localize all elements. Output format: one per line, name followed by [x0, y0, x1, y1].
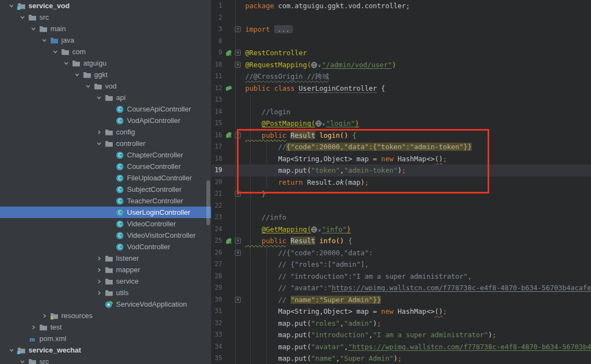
- chevron-closed-icon[interactable]: [94, 128, 104, 137]
- chevron-closed-icon[interactable]: [94, 254, 104, 263]
- tree-item-ggkt[interactable]: ggkt: [0, 69, 211, 80]
- code-line-13[interactable]: 13: [211, 94, 591, 106]
- code-line-34[interactable]: 34 map.put("avatar","https://wpimg.walls…: [211, 341, 591, 353]
- spring-leaf-gutter-icon[interactable]: [222, 47, 235, 59]
- request-mapping-icon[interactable]: [311, 226, 317, 233]
- fold-marker-open[interactable]: ∨: [235, 47, 243, 59]
- code-line-3[interactable]: 3+import ...: [211, 24, 591, 36]
- code-line-18[interactable]: 18 Map<String,Object> map = new HashMap<…: [211, 153, 591, 165]
- chevron-open-icon[interactable]: [7, 2, 16, 10]
- spring-bean-gutter-icon[interactable]: [222, 83, 235, 95]
- fold-marker-open[interactable]: ∨: [235, 247, 243, 259]
- tree-item-subjectcontroller[interactable]: CSubjectController: [0, 184, 211, 195]
- tree-item-service-wechat[interactable]: service_wechat: [0, 344, 211, 356]
- tree-item-config[interactable]: config: [0, 126, 211, 138]
- code-line-22[interactable]: 22: [211, 200, 591, 212]
- tree-item-src[interactable]: src: [0, 356, 211, 364]
- tree-item-listener[interactable]: listener: [0, 253, 211, 264]
- request-mapping-icon[interactable]: [311, 62, 317, 68]
- chevron-open-icon[interactable]: [18, 357, 27, 364]
- fold-marker-open[interactable]: ∨: [235, 59, 243, 71]
- project-tree-panel[interactable]: service_vodsrcmainjavacomatguiguggktvoda…: [0, 0, 212, 364]
- chevron-closed-icon[interactable]: [39, 312, 49, 320]
- code-line-11[interactable]: 11//@CrossOrigin //跨域: [211, 71, 591, 83]
- fold-marker-plus[interactable]: +: [235, 24, 243, 36]
- code-line-24[interactable]: 24 @GetMapping(∨"info"): [211, 224, 591, 236]
- tree-item-src[interactable]: src: [0, 11, 211, 23]
- tree-item-resources[interactable]: resources: [0, 310, 211, 321]
- tree-item-chaptercontroller[interactable]: CChapterController: [0, 149, 211, 161]
- fold-marker-close[interactable]: ∧: [235, 188, 243, 200]
- chevron-open-icon[interactable]: [83, 82, 93, 91]
- chevron-open-icon[interactable]: [72, 71, 82, 79]
- code-line-25[interactable]: 25∨ public Result info() {: [211, 235, 591, 247]
- code-line-32[interactable]: 32 map.put("roles","admin");: [211, 318, 591, 330]
- tree-item-vodcontroller[interactable]: CVodController: [0, 241, 211, 253]
- tree-item-coursecontroller[interactable]: CCourseController: [0, 161, 211, 172]
- tree-item-controller[interactable]: controller: [0, 138, 211, 149]
- chevron-closed-icon[interactable]: [94, 277, 104, 286]
- tree-item-pom-xml[interactable]: mpom.xml: [0, 333, 211, 344]
- tree-item-atguigu[interactable]: atguigu: [0, 57, 211, 69]
- chevron-open-icon[interactable]: [18, 13, 27, 22]
- code-line-10[interactable]: 10∨@RequestMapping(∨"/admin/vod/user"): [211, 59, 591, 71]
- code-line-29[interactable]: 29 // "avatar":"https://wpimg.wallstcn.c…: [211, 282, 591, 294]
- code-line-23[interactable]: 23 //info: [211, 212, 591, 224]
- code-editor-panel[interactable]: 1package com.atguigu.ggkt.vod.controller…: [211, 0, 591, 364]
- chevron-open-icon[interactable]: [50, 48, 60, 56]
- chevron-closed-icon[interactable]: [28, 323, 38, 332]
- chevron-closed-icon[interactable]: [94, 289, 104, 297]
- chevron-open-icon[interactable]: [94, 93, 104, 102]
- fold-marker-close[interactable]: ∧: [235, 294, 243, 306]
- spring-leaf-gutter-icon[interactable]: [222, 130, 235, 142]
- code-line-15[interactable]: 15 @PostMapping(∨"login"): [211, 118, 591, 130]
- code-line-28[interactable]: 28 // "introduction":"I am a super admin…: [211, 271, 591, 283]
- tree-item-main[interactable]: main: [0, 23, 211, 34]
- code-line-27[interactable]: 27 // {"roles":["admin"],: [211, 259, 591, 271]
- chevron-closed-icon[interactable]: [94, 266, 104, 274]
- tree-scrollbar-thumb[interactable]: [206, 180, 210, 225]
- code-line-2[interactable]: 2: [211, 12, 591, 24]
- tree-item-com[interactable]: com: [0, 46, 211, 57]
- chevron-open-icon[interactable]: [7, 346, 16, 355]
- tree-item-userlogincontroller[interactable]: CUserLoginController: [0, 207, 211, 218]
- fold-marker-open[interactable]: ∨: [235, 130, 243, 142]
- tree-item-service-vod[interactable]: service_vod: [0, 0, 211, 11]
- code-line-26[interactable]: 26∨ //{"code":20000,"data":: [211, 247, 591, 259]
- tree-item-service[interactable]: service: [0, 275, 211, 287]
- tree-item-servicevodapplication[interactable]: ServiceVodApplication: [0, 298, 211, 310]
- code-line-16[interactable]: 16∨ public Result login() {: [211, 130, 591, 142]
- code-line-1[interactable]: 1package com.atguigu.ggkt.vod.controller…: [211, 0, 591, 12]
- code-line-19[interactable]: 19 map.put("token","admin-token");: [211, 165, 591, 177]
- chevron-open-icon[interactable]: [61, 59, 71, 68]
- code-line-31[interactable]: 31 Map<String,Object> map = new HashMap<…: [211, 306, 591, 318]
- spring-leaf-gutter-icon[interactable]: [222, 235, 235, 247]
- chevron-open-icon[interactable]: [94, 139, 104, 148]
- code-line-21[interactable]: 21∧ }: [211, 188, 591, 200]
- code-line-35[interactable]: 35 map.put("name","Super Admin");: [211, 353, 591, 364]
- tree-item-java[interactable]: java: [0, 34, 211, 46]
- tree-item-mapper[interactable]: mapper: [0, 264, 211, 275]
- chevron-open-icon[interactable]: [39, 36, 49, 45]
- code-line-33[interactable]: 33 map.put("introduction","I am a super …: [211, 329, 591, 341]
- code-line-12[interactable]: 12public class UserLoginController {: [211, 83, 591, 95]
- fold-marker-open[interactable]: ∨: [235, 235, 243, 247]
- code-line-20[interactable]: 20 return Result.ok(map);: [211, 177, 591, 189]
- tree-item-courseapicontroller[interactable]: CCourseApiController: [0, 103, 211, 115]
- tree-item-fileuploadcontroller[interactable]: CFileUploadController: [0, 172, 211, 184]
- tree-item-utils[interactable]: utils: [0, 287, 211, 298]
- code-line-14[interactable]: 14 //login: [211, 106, 591, 118]
- tree-item-vodapicontroller[interactable]: CVodApiController: [0, 115, 211, 126]
- tree-item-videovisitorcontroller[interactable]: CVideoVisitorController: [0, 230, 211, 241]
- chevron-open-icon[interactable]: [28, 25, 38, 33]
- tree-item-teachercontroller[interactable]: CTeacherController: [0, 195, 211, 207]
- chevron-down-icon[interactable]: ∨: [322, 122, 326, 127]
- tree-item-test[interactable]: test: [0, 321, 211, 333]
- tree-item-videocontroller[interactable]: CVideoController: [0, 218, 211, 230]
- code-line-30[interactable]: 30∧ // "name":"Super Admin"}}: [211, 294, 591, 306]
- code-line-17[interactable]: 17 //{"code":20000,"data":{"token":"admi…: [211, 141, 591, 153]
- tree-item-vod[interactable]: vod: [0, 80, 211, 92]
- tree-item-api[interactable]: api: [0, 92, 211, 103]
- code-line-9[interactable]: 9∨@RestController: [211, 47, 591, 59]
- request-mapping-icon[interactable]: [315, 120, 322, 127]
